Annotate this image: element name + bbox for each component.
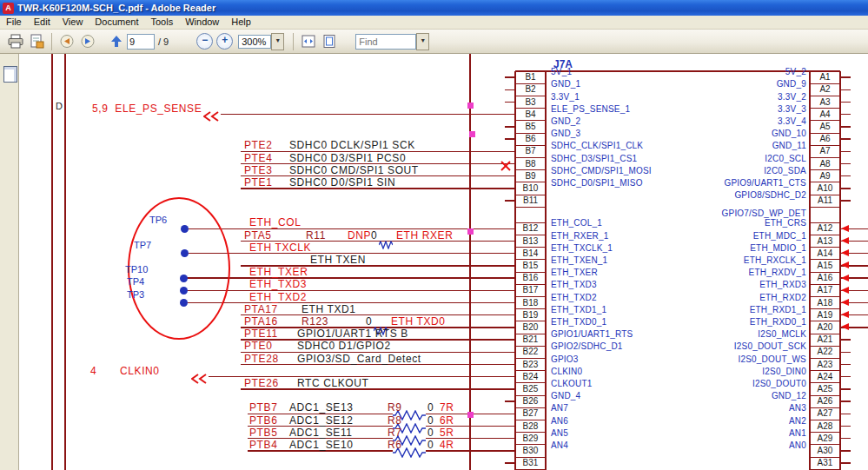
next-view-icon (80, 34, 96, 49)
menu-item-view[interactable]: View (56, 16, 89, 29)
document-workspace (0, 54, 868, 470)
next-view-button[interactable] (78, 32, 97, 51)
find-input[interactable] (355, 34, 416, 50)
menu-item-help[interactable]: Help (225, 16, 257, 29)
zoom-in-button[interactable]: + (216, 33, 233, 50)
save-copy-button[interactable] (27, 32, 46, 51)
document-icon (29, 34, 44, 49)
menu-item-edit[interactable]: Edit (28, 16, 56, 29)
adobe-reader-icon: A (3, 3, 14, 14)
arrow-up-icon (110, 35, 123, 48)
fit-page-button[interactable] (320, 32, 339, 51)
menu-item-file[interactable]: File (0, 16, 28, 29)
fit-width-button[interactable] (299, 32, 318, 51)
previous-view-button[interactable] (57, 32, 76, 51)
pages-panel-button[interactable] (3, 66, 17, 83)
window-title: TWR-K60F120M-SCH_C.pdf - Adobe Reader (17, 3, 215, 13)
find-options-button[interactable]: ▾ (416, 33, 429, 50)
toolbar-separator (51, 33, 52, 50)
fit-width-icon (301, 34, 316, 49)
menu-bar: FileEditViewDocumentToolsWindowHelp (0, 16, 868, 30)
previous-view-icon (59, 34, 75, 49)
page-number-input[interactable] (127, 34, 155, 50)
printer-icon (7, 34, 24, 49)
print-button[interactable] (6, 32, 25, 51)
zoom-out-button[interactable]: − (196, 33, 213, 50)
toolbar: / 9 − + 300% ▾ ▾ (0, 30, 868, 54)
fit-page-icon (321, 34, 337, 49)
menu-item-tools[interactable]: Tools (145, 16, 180, 29)
zoom-level-value[interactable]: 300% (238, 35, 271, 49)
page-count-label: / 9 (158, 36, 169, 47)
zoom-dropdown-button[interactable]: ▾ (271, 33, 284, 50)
menu-item-window[interactable]: Window (179, 16, 225, 29)
toolbar-separator (293, 33, 294, 50)
menu-item-document[interactable]: Document (89, 16, 144, 29)
pdf-page[interactable] (19, 54, 868, 470)
title-bar: A TWR-K60F120M-SCH_C.pdf - Adobe Reader (0, 0, 868, 16)
navigation-panel-strip (0, 54, 19, 470)
previous-page-button[interactable] (107, 32, 126, 51)
